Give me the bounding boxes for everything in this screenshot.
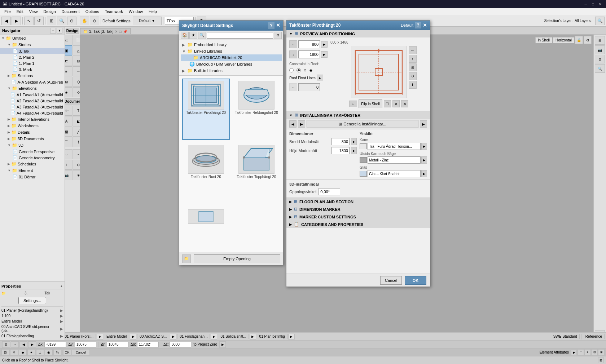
preview-section-icon: ⊞ (295, 31, 298, 36)
preview-bottom-1[interactable]: □ (349, 101, 357, 107)
lib-builtin[interactable]: ▶ 📁 Built-in Libraries (181, 67, 282, 74)
dialog-help-btn[interactable]: ? (268, 22, 275, 29)
opening-angle-row: Öppningsvinkel (289, 188, 427, 195)
radio-option-1[interactable] (289, 68, 294, 72)
hojd-label: Höjd Modulmått (289, 148, 330, 153)
lib-grid-item-pivot[interactable]: Takfönster Pivothängt 20 (182, 79, 230, 140)
preview-btn-2[interactable]: ↕ (409, 55, 417, 63)
opening-angle-label: Öppningsvinkel (289, 190, 316, 194)
library-dialog-close[interactable]: ✕ (276, 22, 280, 29)
pivot-skylight-svg (190, 83, 222, 108)
empty-opening-btn[interactable]: Empty Opening (194, 254, 280, 263)
radio-option-2[interactable] (297, 68, 301, 72)
lib-bimcloud[interactable]: 🌐 BIMcloud / BIM Server Libraries (181, 61, 282, 67)
glas-value[interactable]: Glas - Klart Snabbt (368, 170, 421, 177)
karm-arrow[interactable]: ▶ (421, 143, 427, 150)
installningar-header[interactable]: ▼ ⊞ INSTÄLLNINGAR TAKFÖNSTER (286, 111, 430, 119)
preview-section-header[interactable]: ▼ ⊞ PREVIEW AND POSITIONING (286, 30, 430, 37)
opening-angle-input[interactable] (319, 188, 340, 195)
glas-arrow[interactable]: ▶ (421, 170, 427, 177)
lib-embedded[interactable]: ▶ 📁 Embedded Library (181, 41, 282, 48)
pivot-input[interactable] (298, 83, 320, 91)
preview-checkbox-1[interactable]: ☐ (384, 100, 391, 107)
radio-icon-3: ⊙ (304, 68, 307, 72)
lib-embedded-expand: ▶ (182, 43, 186, 47)
width-input[interactable] (298, 40, 320, 48)
lib-bimcloud-label: BIMcloud / BIM Server Libraries (196, 62, 252, 66)
categories-header[interactable]: ▶ 📋 CATEGORIES AND PROPERTIES (286, 221, 430, 228)
settings-nav-right[interactable]: ▶ (298, 120, 305, 128)
lib-footer: 📁 Empty Opening (179, 252, 283, 265)
general-settings-btn[interactable]: ⊞ Generella Inställningar... (307, 120, 418, 128)
width-arrow-btn[interactable]: ▶ (321, 41, 328, 48)
preview-btn-3[interactable]: ⊞ (409, 63, 417, 71)
width-icon: ↔ (289, 40, 297, 48)
lib-item-5-img (188, 209, 224, 224)
settings-title-btns: Default ? ✕ (401, 22, 427, 28)
lib-linked-label: Linked Libraries (194, 49, 222, 53)
lib-grid-item-rect[interactable]: Takfönster Rektangulärt 20 (233, 79, 280, 140)
settings-dialog: Takfönster Pivothängt 20 Default ? ✕ ▼ ⊞… (286, 20, 430, 287)
lib-item-topp-img (238, 145, 275, 174)
lib-linked[interactable]: ▼ 📁 Linked Libraries (181, 48, 282, 54)
radio-1[interactable] (289, 68, 294, 72)
categories-icon: 📋 (294, 222, 299, 227)
dim-marker-icon: ⊟ (294, 207, 297, 212)
default-label: Default (401, 23, 413, 27)
radio-2[interactable] (297, 68, 301, 72)
preview-btn-4[interactable]: ↺ (409, 72, 417, 80)
pivot-icon: ↔ (289, 83, 297, 91)
preview-image-area: 800 x 1466 (330, 40, 427, 108)
lib-search-input[interactable] (207, 32, 273, 39)
dimensioner-col: Dimensioner Bredd Modulmått ▶ Höjd Modul… (289, 132, 357, 177)
settings-nav-left[interactable]: ◀ (289, 120, 297, 128)
preview-btn-1[interactable]: ↔ (409, 46, 417, 54)
settings-close-btn[interactable]: ✕ (423, 22, 427, 28)
hojd-arrow[interactable]: ▶ (351, 147, 357, 154)
svg-rect-16 (199, 211, 213, 222)
bredd-input[interactable] (331, 138, 350, 145)
marker-custom-label: MARKER CUSTOM SETTINGS (299, 215, 356, 219)
bredd-label: Bredd Modulmått (289, 139, 330, 144)
lib-search-btn[interactable]: 🔍 (198, 32, 206, 39)
utsida-value[interactable]: Metall - Zinc (368, 156, 421, 164)
lib-star-btn[interactable]: ★ (189, 32, 197, 39)
height-input[interactable] (298, 50, 320, 58)
ok-button[interactable]: OK (405, 276, 426, 285)
bredd-arrow[interactable]: ▶ (351, 138, 357, 145)
karm-value[interactable]: Trä - Furu Ådrad Horison... (368, 143, 421, 150)
floor-plan-header[interactable]: ▶ ⊞ FLOOR PLAN AND SECTION (286, 198, 430, 205)
height-arrow-btn[interactable]: ▶ (321, 51, 328, 58)
utsida-label: Utsida Karm och Båge (360, 152, 427, 156)
utsida-arrow[interactable]: ▶ (421, 156, 427, 164)
marker-custom-header[interactable]: ▶ ⊟ MARKER CUSTOM SETTINGS (286, 213, 430, 221)
lib-home-btn[interactable]: 🏠 (181, 32, 189, 39)
lib-archicad[interactable]: 📁 ARCHICAD Bibliotek 20 (181, 54, 282, 61)
roof-pivot-arrow[interactable]: ▶ (317, 75, 323, 81)
preview-btn-5[interactable]: ℹ (409, 81, 417, 89)
hojd-input[interactable] (331, 147, 350, 154)
settings-nav-expand[interactable]: ▶ (420, 120, 427, 128)
preview-checkbox-3[interactable]: ✕ (401, 100, 408, 107)
lib-grid-item-round[interactable]: Takfönster Runt 20 (182, 143, 230, 204)
lib-grid-item-topp[interactable]: Takfönster Topphängt 20 (233, 143, 280, 204)
lib-item-rect-img (238, 81, 275, 110)
karm-row: Trä - Furu Ådrad Horison... ▶ (360, 143, 427, 150)
dimension-marker-header[interactable]: ▶ ⊟ DIMENSION MARKER (286, 205, 430, 213)
settings-help-btn[interactable]: ? (415, 22, 421, 28)
lib-tree[interactable]: ▶ 📁 Embedded Library ▼ 📁 Linked Librarie… (179, 40, 283, 76)
ytskikt-title: Ytskikt (360, 132, 427, 136)
hojd-row: Höjd Modulmått ▶ (289, 147, 357, 154)
general-settings-icon: ⊞ (339, 122, 342, 126)
lib-footer-icon[interactable]: 📁 (182, 254, 191, 263)
floor-plan-collapse: ▶ (289, 200, 292, 204)
lib-settings-btn[interactable]: ⚙ (274, 32, 282, 39)
settings-titlebar: Takfönster Pivothängt 20 Default ? ✕ (286, 21, 430, 30)
cancel-button[interactable]: Cancel (380, 276, 402, 285)
preview-checkbox-2[interactable]: ✕ (392, 100, 400, 107)
lib-embedded-icon: 📁 (187, 42, 193, 47)
flip-shell-btn[interactable]: Flip in Shell (359, 99, 382, 108)
karm-swatch (360, 143, 367, 149)
lib-grid-item-5[interactable] (182, 207, 230, 249)
glas-swatch (360, 171, 367, 177)
